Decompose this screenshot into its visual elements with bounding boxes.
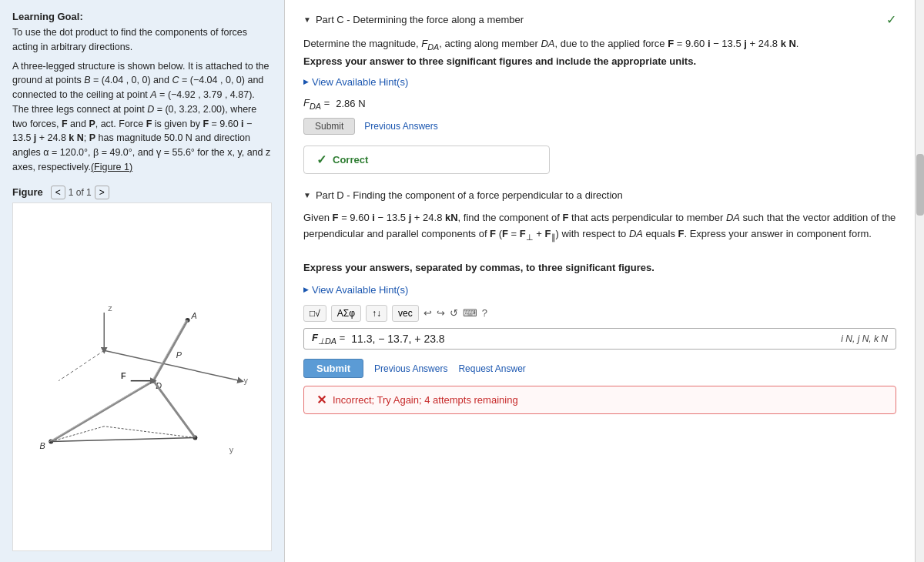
svg-text:A: A [191,310,197,319]
learning-goal-title: Learning Goal: [12,11,272,22]
keyboard-icon[interactable]: ⌨ [463,307,477,319]
part-d-header: ▼ Part D - Finding the component of a fo… [303,189,896,201]
help-icon[interactable]: ? [482,307,487,319]
correct-label: Correct [333,154,368,166]
correct-box: ✓ Correct [303,146,550,174]
part-c-answer-value: 2.86 N [336,98,365,109]
incorrect-x-icon: ✕ [316,393,326,407]
figure-nav[interactable]: < 1 of 1 > [51,186,109,199]
part-d-triangle: ▼ [303,191,311,199]
scrollbar[interactable] [915,0,924,562]
learning-goal-text: To use the dot product to find the compo… [12,25,272,55]
svg-text:y: y [244,375,249,384]
part-d-submit-button[interactable]: Submit [303,359,363,378]
svg-text:P: P [176,350,182,360]
part-c-triangle: ▼ [303,15,311,24]
incorrect-label: Incorrect; Try Again; 4 attempts remaini… [333,394,518,406]
figure-label: Figure [12,186,43,198]
part-c-hint[interactable]: View Available Hint(s) [303,76,896,88]
scrollbar-thumb[interactable] [916,154,924,216]
redo-icon[interactable]: ↪ [437,307,445,319]
part-c-submit-row: Submit Previous Answers [303,118,896,135]
part-d-hint[interactable]: View Available Hint(s) [303,284,896,296]
part-d-problem: Given F = 9.60 i − 13.5 j + 24.8 kN, fin… [303,210,896,276]
part-c-prev-answers[interactable]: Previous Answers [364,121,437,132]
part-d-submit-row: Submit Previous Answers Request Answer [303,359,896,378]
part-c-checkmark: ✓ [886,12,896,27]
svg-text:B: B [39,441,45,450]
part-c-header: ▼ Part C - Determining the force along a… [303,12,896,27]
part-d-input-row[interactable]: F⊥DA = i N, j N, k N [303,328,896,350]
figure-next-button[interactable]: > [95,186,109,199]
part-c-problem: Determine the magnitude, FDA, acting alo… [303,36,896,70]
svg-text:y: y [229,445,234,454]
description-text: A three-legged structure is shown below.… [12,59,272,175]
left-panel: Learning Goal: To use the dot product to… [0,0,285,562]
part-d-input-units: i N, j N, k N [841,333,888,344]
figure-label-row: Figure < 1 of 1 > [12,186,272,199]
figure-prev-button[interactable]: < [51,186,65,199]
part-c-submit-button[interactable]: Submit [303,118,355,135]
part-c-answer-label: FDA = [303,97,330,111]
toolbar-aso-button[interactable]: AΣφ [331,305,361,322]
toolbar-arrows-button[interactable]: ↑↓ [366,305,387,322]
part-d-input-label: F⊥DA = [312,332,345,346]
undo-icon[interactable]: ↩ [424,307,432,319]
toolbar-sqrt-button[interactable]: □√ [303,305,326,322]
part-c-title: Part C - Determining the force along a m… [316,14,524,25]
toolbar-row: □√ AΣφ ↑↓ vec ↩ ↪ ↺ ⌨ ? [303,305,896,322]
part-d-title: Part D - Finding the component of a forc… [316,189,623,201]
refresh-icon[interactable]: ↺ [450,307,458,319]
svg-text:F: F [121,370,126,380]
svg-text:z: z [108,303,112,313]
part-d-request-answer[interactable]: Request Answer [458,363,525,374]
correct-checkmark-icon: ✓ [316,152,326,167]
part-d-input[interactable] [351,333,835,345]
part-c-answer-row: FDA = 2.86 N [303,97,896,111]
incorrect-box: ✕ Incorrect; Try Again; 4 attempts remai… [303,386,896,414]
part-d-express: Express your answers, separated by comma… [303,262,654,273]
figure-area: Figure < 1 of 1 > z y [12,179,272,552]
right-panel: ▼ Part C - Determining the force along a… [285,0,915,562]
part-c-express: Express your answer to three significant… [303,55,696,67]
part-d-prev-answers[interactable]: Previous Answers [374,363,447,374]
figure-svg: z y A [13,203,271,551]
figure-nav-text: 1 of 1 [69,187,92,198]
figure-canvas: z y A [12,202,272,552]
svg-rect-0 [13,289,271,464]
toolbar-vec-button[interactable]: vec [392,305,419,322]
